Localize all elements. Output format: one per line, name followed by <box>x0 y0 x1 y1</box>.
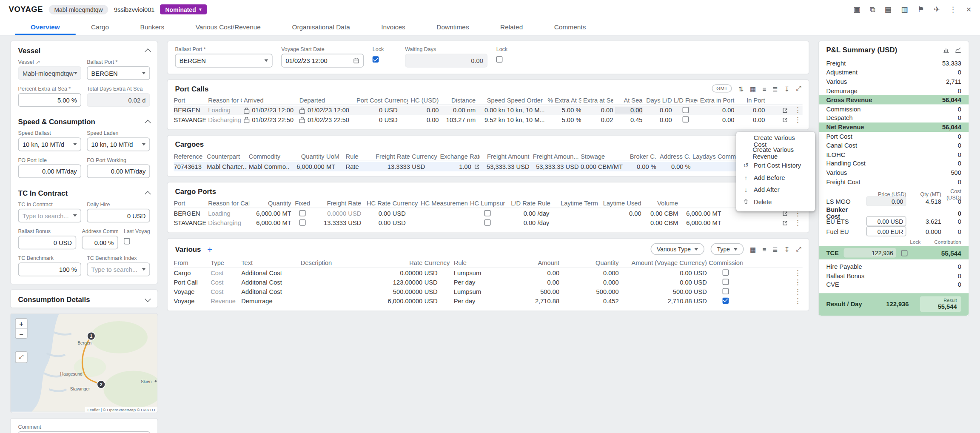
tab-downtimes[interactable]: Downtimes <box>421 19 485 35</box>
cell-currency[interactable]: USD <box>393 219 419 226</box>
send-icon[interactable]: ✈ <box>934 5 940 14</box>
cell-quantity[interactable]: 6,000.00 MT <box>251 219 291 226</box>
columns-icon[interactable]: ▦ <box>750 85 756 92</box>
cell-text[interactable]: Additonal Cost <box>241 288 299 295</box>
cell-port[interactable]: STAVANGER <box>174 219 206 226</box>
vessel-chip[interactable]: Mabl-mloeqmdtqw <box>48 5 108 14</box>
cell-amount[interactable]: 2,710.88 <box>499 297 559 304</box>
fuel-eu-price-input[interactable]: 0.00 EUR <box>866 226 906 236</box>
cell-rate[interactable]: 0.00000 <box>382 269 422 276</box>
cell-from[interactable]: Port Call <box>174 279 208 285</box>
cell-broker-commission[interactable]: 0.00 % <box>627 163 656 170</box>
cell-speed-order[interactable]: 10 kn, 10 M... <box>507 107 546 114</box>
row-menu-icon[interactable]: ⋮ <box>795 219 801 226</box>
sort-icon[interactable]: ⇅ <box>738 85 744 92</box>
cell-freight-amount[interactable]: 53,333.33 USD <box>482 163 530 170</box>
hc-lumpsum-checkbox[interactable] <box>484 210 491 216</box>
cell-counterpart[interactable]: Mabl Charter... <box>207 163 247 170</box>
cell-quantity[interactable]: 0.452 <box>561 297 619 304</box>
density-icon[interactable]: ≣ <box>772 85 778 92</box>
cell-at-sea[interactable]: 0.45 <box>615 116 643 123</box>
add-various-button[interactable]: + <box>207 245 212 254</box>
cell-amount[interactable]: 500.00 <box>499 288 559 295</box>
cell-ld-rate[interactable]: 0.00 <box>507 219 536 226</box>
cell-speed[interactable]: 9.52 kn <box>478 116 505 123</box>
cell-extra-in-port[interactable]: 0.00 <box>699 116 734 123</box>
tc-benchmark-index-search[interactable]: Type to search... <box>87 262 150 276</box>
cell-quantity[interactable]: 500.000 <box>561 288 619 295</box>
cell-rule[interactable]: /day <box>538 210 559 217</box>
cell-currency[interactable]: USD <box>424 269 452 276</box>
fixed-checkbox[interactable] <box>299 219 306 225</box>
cell-from[interactable]: Voyage <box>174 288 208 295</box>
cell-rate[interactable]: 6,000.00000 <box>382 297 422 304</box>
close-icon[interactable]: × <box>966 4 971 14</box>
cell-departed[interactable]: 01/02/23 22:50 <box>299 116 353 123</box>
various-row[interactable]: Voyage Revenue Demurrage 6,000.00000 USD… <box>174 296 802 305</box>
daily-hire-input[interactable]: 0 USD <box>87 209 150 222</box>
eu-ets-price-input[interactable]: 0.00 USD <box>866 216 906 227</box>
commission-checkbox[interactable] <box>723 297 729 304</box>
cell-text[interactable]: Demurrage <box>241 297 299 304</box>
cell-from[interactable]: Cargo <box>174 269 208 276</box>
fullscreen-button[interactable]: ⤢ <box>15 351 27 363</box>
journal-icon[interactable]: ▤ <box>885 5 892 14</box>
fixed-checkbox[interactable] <box>299 210 306 216</box>
open-vessel-icon[interactable]: ↗ <box>36 59 40 65</box>
tab-overview[interactable]: Overview <box>15 19 75 35</box>
cargo-port-row[interactable]: BERGEN Loading 6,000.00 MT 0.0000 USD 0.… <box>174 209 802 218</box>
cell-speed[interactable]: 0.00 kn <box>478 107 505 114</box>
speed-laden-select[interactable]: 10 kn, 10 MT/d <box>87 137 150 151</box>
form-ballast-port-select[interactable]: BERGEN <box>175 54 272 67</box>
cell-arrived[interactable]: 01/02/23 12:00 <box>244 107 297 114</box>
cell-arrived[interactable]: 01/02/23 22:50 <box>244 116 297 123</box>
cell-port[interactable]: STAVANGER <box>174 116 206 123</box>
tab-organisational-data[interactable]: Organisational Data <box>276 19 366 35</box>
ld-fixed-checkbox[interactable] <box>683 116 689 122</box>
cell-currency[interactable]: USD <box>412 163 438 170</box>
menu-item-add-after[interactable]: ↓ Add After <box>736 184 815 196</box>
cell-currency[interactable]: USD <box>385 116 408 123</box>
tc-section-header[interactable]: TC In Contract <box>11 184 157 201</box>
menu-item-delete[interactable]: Delete <box>736 196 815 208</box>
type-filter[interactable]: Type <box>711 243 744 255</box>
cell-reason[interactable]: Discharging <box>208 219 249 226</box>
voyage-start-lock-checkbox[interactable] <box>373 56 379 63</box>
tab-various-cost-revenue[interactable]: Various Cost/Revenue <box>180 19 276 35</box>
clipboard-icon[interactable]: ▣ <box>853 5 860 14</box>
cell-rule[interactable]: /day <box>538 219 559 226</box>
cell-volume[interactable]: 0.00 CBM <box>643 219 678 226</box>
line-chart-icon[interactable] <box>955 47 961 53</box>
cell-hc-usd[interactable]: 0.00 <box>410 107 439 114</box>
cell-currency[interactable]: USD <box>393 210 419 217</box>
ld-fixed-checkbox[interactable] <box>683 107 689 113</box>
cell-commodity[interactable]: Mabl Commo... <box>249 163 289 170</box>
filter-icon[interactable]: ≡ <box>762 245 766 253</box>
cell-address-commission[interactable]: 0.00 % <box>658 163 690 170</box>
cell-pct-extra[interactable]: 5.00 % <box>547 116 581 123</box>
comment-input[interactable] <box>18 431 150 433</box>
calendar-icon[interactable] <box>353 57 359 64</box>
cell-hc-rate[interactable]: 0.00 <box>363 210 391 217</box>
port-call-row[interactable]: STAVANGER Discharging 01/02/23 22:50 01/… <box>174 115 802 124</box>
cell-distance[interactable]: 103.27 nm <box>441 116 476 123</box>
cell-rule[interactable]: Per day <box>454 279 498 285</box>
cell-from[interactable]: Voyage <box>174 297 208 304</box>
cell-quantity-2[interactable]: 6,000.00 MT <box>680 210 721 217</box>
cell-port-cost[interactable]: 0 <box>355 116 383 123</box>
vessel-section-header[interactable]: Vessel <box>11 41 157 59</box>
various-row[interactable]: Cargo Cost Additonal Cost 0.00000 USD Lu… <box>174 268 802 277</box>
commission-checkbox[interactable] <box>723 288 729 294</box>
open-exchange-icon[interactable] <box>474 163 480 170</box>
map-canvas[interactable]: Bergen Haugesund Stavanger Skien 1 2 <box>11 314 157 412</box>
cell-freight-rate[interactable]: 0.0000 USD <box>314 210 362 217</box>
cell-quantity[interactable]: 0.000 <box>561 279 619 285</box>
cell-extra-at-sea[interactable]: 0.02 <box>583 116 613 123</box>
ballast-port-select[interactable]: BERGEN <box>87 66 150 80</box>
tab-related[interactable]: Related <box>484 19 538 35</box>
cell-uom[interactable]: MT <box>326 163 344 170</box>
cell-currency[interactable]: USD <box>424 288 452 295</box>
row-menu-icon[interactable]: ⋮ <box>795 279 801 285</box>
various-type-filter[interactable]: Various Type <box>650 243 704 255</box>
cell-speed-order[interactable]: 10 kn, 10 M... <box>507 116 546 123</box>
